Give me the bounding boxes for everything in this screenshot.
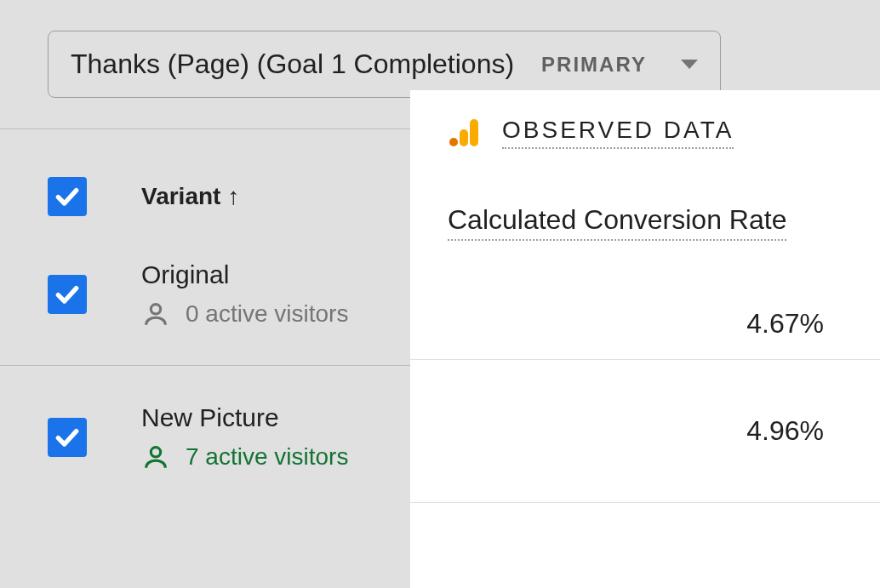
svg-point-4	[449, 138, 458, 146]
primary-dropdown[interactable]: PRIMARY	[541, 53, 698, 77]
goal-text: Thanks (Page) (Goal 1 Completions)	[71, 49, 514, 80]
svg-point-1	[151, 448, 160, 457]
svg-rect-3	[460, 129, 468, 146]
variant-header[interactable]: Variant ↑	[141, 183, 239, 210]
variant-header-label: Variant	[141, 183, 220, 210]
person-icon	[141, 300, 170, 328]
observed-data-panel: OBSERVED DATA Calculated Conversion Rate…	[410, 90, 880, 588]
visitors-text: 0 active visitors	[186, 300, 348, 328]
primary-label: PRIMARY	[541, 53, 647, 77]
variant-name: New Picture	[141, 403, 348, 432]
variant-cell[interactable]: New Picture 7 active visitors	[141, 403, 348, 471]
goal-selector[interactable]: Thanks (Page) (Goal 1 Completions) PRIMA…	[48, 31, 721, 98]
conversion-rate-value: 4.67%	[410, 268, 880, 360]
visitors-text: 7 active visitors	[186, 443, 348, 471]
visitors-info: 0 active visitors	[141, 300, 348, 328]
variant-name: Original	[141, 260, 348, 289]
analytics-icon	[448, 116, 482, 150]
chevron-down-icon	[681, 60, 698, 69]
row-checkbox[interactable]	[48, 418, 87, 457]
conversion-rate-value: 4.96%	[410, 360, 880, 503]
variant-cell[interactable]: Original 0 active visitors	[141, 260, 348, 328]
visitors-info: 7 active visitors	[141, 442, 348, 471]
row-checkbox[interactable]	[48, 275, 87, 314]
conversion-rate-header: Calculated Conversion Rate	[448, 204, 786, 241]
select-all-checkbox[interactable]	[48, 177, 87, 216]
person-icon	[141, 442, 170, 471]
observed-data-label: OBSERVED DATA	[502, 117, 734, 149]
svg-rect-2	[470, 119, 478, 146]
svg-point-0	[151, 304, 160, 313]
sort-arrow-icon: ↑	[227, 183, 239, 210]
